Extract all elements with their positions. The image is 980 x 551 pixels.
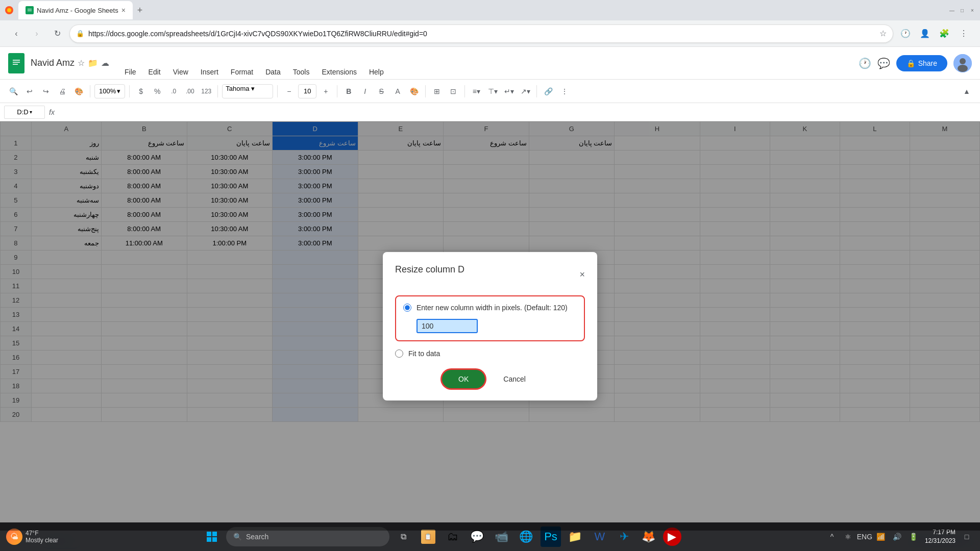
merge-btn[interactable]: ⊡ [446, 83, 460, 99]
volume-icon[interactable]: 🔊 [890, 530, 904, 544]
tray-network-icon[interactable]: ⚛ [841, 530, 855, 544]
redo-btn[interactable]: ↪ [39, 83, 53, 99]
zoom-selector[interactable]: 100% ▾ [94, 84, 125, 98]
separator7 [464, 85, 465, 97]
more-btn[interactable]: ⋮ [557, 83, 572, 99]
cell-ref-dropdown[interactable]: ▾ [30, 109, 32, 115]
option1-label: Enter new column width in pixels. (Defau… [416, 304, 568, 312]
window-controls: — □ × [948, 7, 976, 14]
minimize-btn[interactable]: — [948, 7, 955, 14]
new-tab-btn[interactable]: + [133, 3, 147, 17]
chat-btn[interactable]: 💬 [877, 57, 890, 69]
menu-data[interactable]: Data [260, 65, 286, 79]
menu-insert[interactable]: Insert [195, 65, 224, 79]
strikethrough-btn[interactable]: S [374, 83, 388, 99]
profile-icon[interactable]: 👤 [917, 26, 933, 42]
notification-icon[interactable]: □ [960, 530, 974, 544]
decimal-dec-btn[interactable]: .0 [166, 83, 181, 99]
sheets-app-bar: Navid Amz ☆ 📁 ☁ File Edit View Insert Fo… [0, 47, 980, 80]
font-size-input[interactable]: 10 [298, 84, 316, 98]
security-icon: 🔒 [76, 30, 84, 37]
paint-format-btn[interactable]: 🎨 [71, 83, 86, 99]
time-display[interactable]: 7:17 PM 12/31/2023 [925, 528, 955, 545]
bold-btn[interactable]: B [341, 83, 356, 99]
ok-button[interactable]: OK [442, 370, 485, 388]
separator2 [129, 85, 130, 97]
title-bar: Navid Amz - Google Sheets × + — □ × [0, 0, 980, 20]
italic-btn[interactable]: I [358, 83, 372, 99]
link-btn[interactable]: 🔗 [541, 83, 555, 99]
font-size-decrease-btn[interactable]: − [282, 83, 296, 99]
svg-point-1 [7, 8, 11, 12]
svg-rect-8 [13, 62, 20, 63]
percent-btn[interactable]: % [150, 83, 164, 99]
menu-edit[interactable]: Edit [143, 65, 166, 79]
tray-area: ^ ⚛ ENG 📶 🔊 🔋 [825, 530, 921, 544]
share-button[interactable]: 🔒 Share [896, 55, 947, 71]
cloud-icon[interactable]: ☁ [101, 58, 109, 68]
dialog-overlay: Resize column D × Enter new column width… [0, 121, 980, 531]
menu-file[interactable]: File [119, 65, 141, 79]
dialog-close-btn[interactable]: × [579, 269, 585, 280]
sheets-logo [8, 53, 24, 73]
separator1 [90, 85, 90, 97]
svg-rect-16 [212, 537, 217, 542]
valign-btn[interactable]: ⊤▾ [485, 83, 500, 99]
battery-icon[interactable]: 🔋 [906, 530, 921, 544]
close-btn[interactable]: × [969, 7, 976, 14]
user-avatar[interactable] [953, 54, 972, 72]
history-icon[interactable]: 🕐 [897, 26, 914, 42]
cancel-button[interactable]: Cancel [491, 370, 538, 388]
extensions-icon[interactable]: 🧩 [936, 26, 952, 42]
menu-view[interactable]: View [168, 65, 193, 79]
undo-btn[interactable]: ↩ [22, 83, 37, 99]
menu-format[interactable]: Format [226, 65, 258, 79]
borders-btn[interactable]: ⊞ [430, 83, 444, 99]
forward-btn[interactable]: › [29, 26, 45, 42]
zoom-value: 100% [99, 87, 116, 95]
menu-help[interactable]: Help [364, 65, 389, 79]
formula-input[interactable] [59, 106, 976, 119]
refresh-btn[interactable]: ↻ [49, 26, 65, 42]
cell-name-box[interactable]: D:D ▾ [4, 106, 45, 119]
rotate-btn[interactable]: ↗▾ [518, 83, 532, 99]
decimal-inc-btn[interactable]: .00 [183, 83, 197, 99]
format-123-btn[interactable]: 123 [199, 83, 213, 99]
svg-rect-13 [207, 532, 211, 536]
menu-icon[interactable]: ⋮ [955, 26, 972, 42]
address-bar[interactable]: 🔒 https://docs.google.com/spreadsheets/d… [69, 24, 893, 43]
halign-btn[interactable]: ≡▾ [469, 83, 483, 99]
menu-tools[interactable]: Tools [288, 65, 315, 79]
weather-widget[interactable]: 🌤 47°F Mostly clear [6, 529, 58, 545]
back-btn[interactable]: ‹ [8, 26, 24, 42]
tab-close-btn[interactable]: × [121, 6, 126, 14]
font-selector[interactable]: Tahoma ▾ [222, 84, 273, 98]
star-icon[interactable]: ☆ [78, 58, 85, 68]
language-indicator[interactable]: ENG [857, 530, 872, 544]
svg-rect-5 [28, 11, 32, 11]
history-btn[interactable]: 🕐 [859, 57, 871, 69]
column-width-input[interactable]: 100 [416, 319, 478, 333]
browser-icon [4, 5, 14, 15]
url-text: https://docs.google.com/spreadsheets/d/1… [88, 30, 875, 38]
collapse-btn[interactable]: ▲ [960, 83, 974, 99]
taskbar-left: 🌤 47°F Mostly clear [6, 529, 58, 545]
currency-btn[interactable]: $ [134, 83, 148, 99]
font-color-btn[interactable]: A [390, 83, 405, 99]
wrap-btn[interactable]: ↵▾ [502, 83, 516, 99]
option1-radio[interactable] [403, 304, 411, 312]
maximize-btn[interactable]: □ [959, 7, 966, 14]
search-toolbar-btn[interactable]: 🔍 [6, 83, 20, 99]
print-btn[interactable]: 🖨 [55, 83, 69, 99]
bookmark-icon[interactable]: ☆ [879, 29, 887, 38]
option2-radio[interactable] [395, 349, 403, 358]
tray-up-icon[interactable]: ^ [825, 530, 839, 544]
wifi-icon[interactable]: 📶 [874, 530, 888, 544]
svg-rect-9 [13, 64, 18, 65]
folder-icon[interactable]: 📁 [88, 58, 98, 68]
menu-extensions[interactable]: Extensions [316, 65, 361, 79]
sheets-title-area: Navid Amz ☆ 📁 ☁ [31, 58, 109, 68]
active-tab[interactable]: Navid Amz - Google Sheets × [18, 1, 133, 19]
font-size-increase-btn[interactable]: + [318, 83, 333, 99]
fill-color-btn[interactable]: 🎨 [407, 83, 421, 99]
